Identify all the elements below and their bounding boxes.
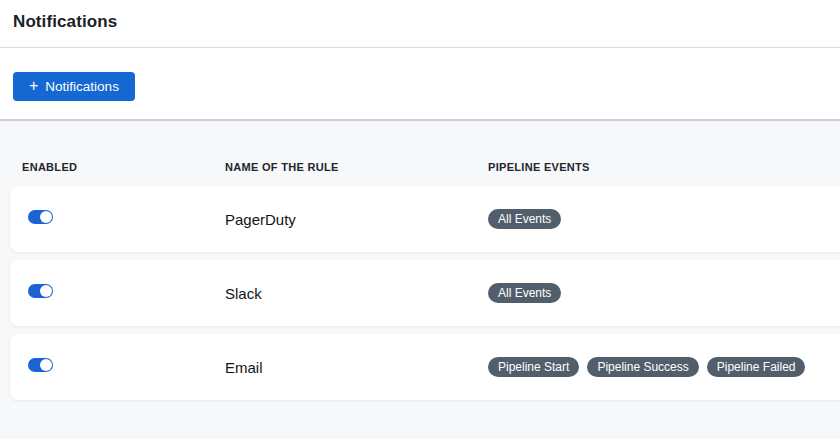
pipeline-event-badge: Pipeline Start (488, 357, 579, 377)
enabled-cell (28, 210, 225, 228)
table-body: PagerDuty All Events Slack All Events Em… (0, 186, 840, 400)
pipeline-events-cell: Pipeline StartPipeline SuccessPipeline F… (488, 357, 840, 377)
pipeline-events-cell: All Events (488, 209, 840, 229)
column-header-enabled: ENABLED (22, 161, 225, 173)
page-title: Notifications (13, 12, 827, 32)
rule-name: Email (225, 359, 488, 376)
pipeline-events-cell: All Events (488, 283, 840, 303)
enabled-toggle[interactable] (28, 284, 53, 298)
enabled-toggle[interactable] (28, 210, 53, 224)
rule-name: Slack (225, 285, 488, 302)
add-notification-button[interactable]: + Notifications (13, 72, 135, 101)
table-header-row: ENABLED NAME OF THE RULE PIPELINE EVENTS (0, 121, 840, 186)
pipeline-event-badge: Pipeline Failed (707, 357, 806, 377)
pipeline-event-badge: All Events (488, 283, 561, 303)
table-row[interactable]: Email Pipeline StartPipeline SuccessPipe… (10, 334, 840, 400)
enabled-cell (28, 358, 225, 376)
toggle-knob-icon (40, 359, 52, 371)
toggle-knob-icon (40, 285, 52, 297)
plus-icon: + (29, 78, 38, 94)
page-header: Notifications (0, 0, 840, 47)
notifications-table: ENABLED NAME OF THE RULE PIPELINE EVENTS… (0, 119, 840, 439)
table-row[interactable]: PagerDuty All Events (10, 186, 840, 252)
pipeline-event-badge: All Events (488, 209, 561, 229)
rule-name: PagerDuty (225, 211, 488, 228)
column-header-rule-name: NAME OF THE RULE (225, 161, 488, 173)
column-header-pipeline-events: PIPELINE EVENTS (488, 161, 840, 173)
toggle-knob-icon (40, 211, 52, 223)
table-row[interactable]: Slack All Events (10, 260, 840, 326)
toolbar: + Notifications (0, 48, 840, 119)
pipeline-event-badge: Pipeline Success (587, 357, 698, 377)
enabled-toggle[interactable] (28, 358, 53, 372)
add-notification-button-label: Notifications (45, 79, 119, 94)
enabled-cell (28, 284, 225, 302)
